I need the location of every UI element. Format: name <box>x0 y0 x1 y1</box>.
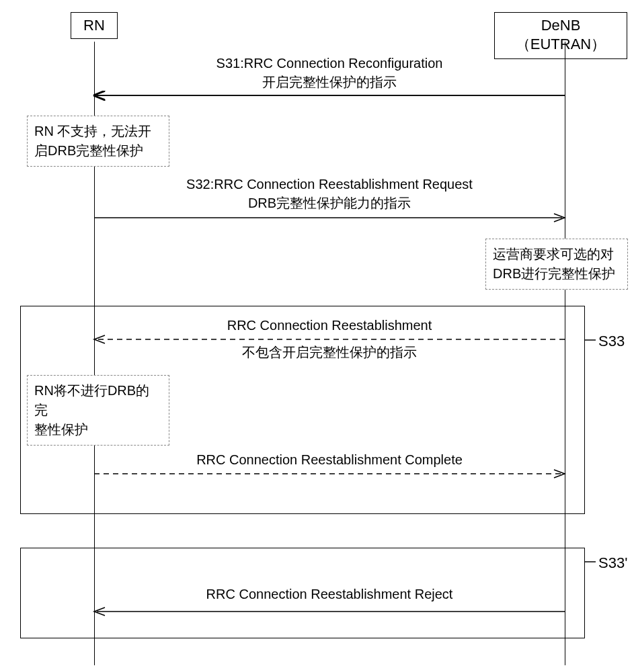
msg-reject: RRC Connection Reestablishment Reject <box>101 585 558 603</box>
note-operator-req-text: 运营商要求可选的对 DRB进行完整性保护 <box>493 247 615 281</box>
msg-s32-line2: DRB完整性保护能力的指示 <box>101 194 558 212</box>
actor-denb-label: DeNB（EUTRAN） <box>516 17 606 52</box>
msg-reest-line1: RRC Connection Reestablishment <box>101 316 558 335</box>
msg-reest-sub: 不包含开启完整性保护的指示 <box>101 343 558 362</box>
note-rn-unsupported: RN 不支持，无法开 启DRB完整性保护 <box>27 116 169 167</box>
sequence-diagram: RN DeNB（EUTRAN） S31:RRC Connection Recon… <box>7 7 627 665</box>
msg-reject-text: RRC Connection Reestablishment Reject <box>101 585 558 603</box>
note-operator-req: 运营商要求可选的对 DRB进行完整性保护 <box>485 239 628 290</box>
msg-reest-line2: 不包含开启完整性保护的指示 <box>101 343 558 362</box>
msg-s31-line1: S31:RRC Connection Reconfiguration <box>101 54 558 73</box>
msg-s31-line2: 开启完整性保护的指示 <box>101 73 558 91</box>
actor-rn-label: RN <box>83 17 105 34</box>
msg-s31: S31:RRC Connection Reconfiguration 开启完整性… <box>101 54 558 91</box>
note-rn-no-protection: RN将不进行DRB的完 整性保护 <box>27 375 169 446</box>
msg-s32-line1: S32:RRC Connection Reestablishment Reque… <box>101 175 558 194</box>
actor-rn: RN <box>71 12 118 39</box>
msg-complete: RRC Connection Reestablishment Complete <box>101 450 558 469</box>
label-s33p: S33' <box>598 554 627 572</box>
note-rn-unsupported-text: RN 不支持，无法开 启DRB完整性保护 <box>34 124 151 158</box>
actor-denb: DeNB（EUTRAN） <box>494 12 627 59</box>
label-s33: S33 <box>598 333 625 350</box>
note-rn-no-protection-text: RN将不进行DRB的完 整性保护 <box>34 383 149 437</box>
msg-reest: RRC Connection Reestablishment <box>101 316 558 335</box>
msg-complete-text: RRC Connection Reestablishment Complete <box>101 450 558 469</box>
msg-s32: S32:RRC Connection Reestablishment Reque… <box>101 175 558 212</box>
